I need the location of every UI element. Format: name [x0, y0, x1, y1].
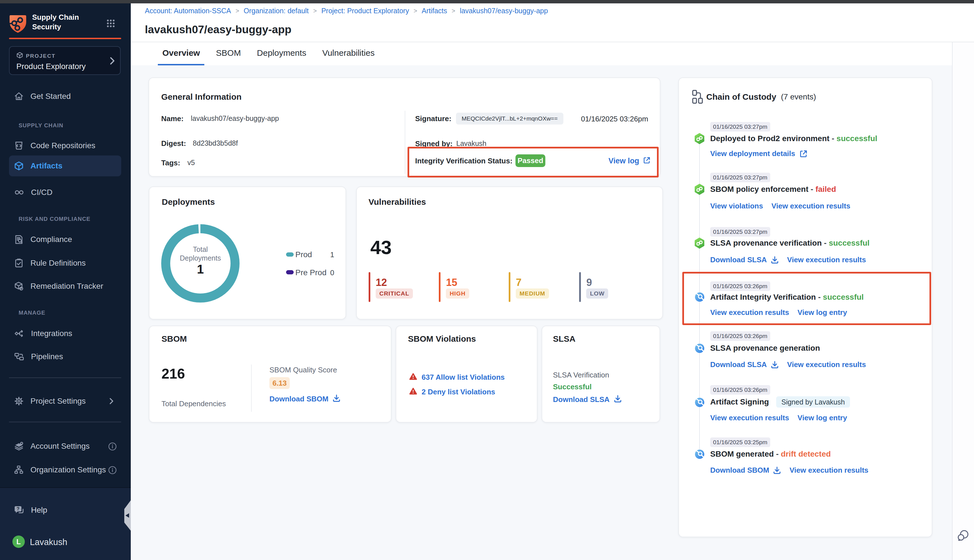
svg-text:?: ?	[17, 506, 20, 512]
